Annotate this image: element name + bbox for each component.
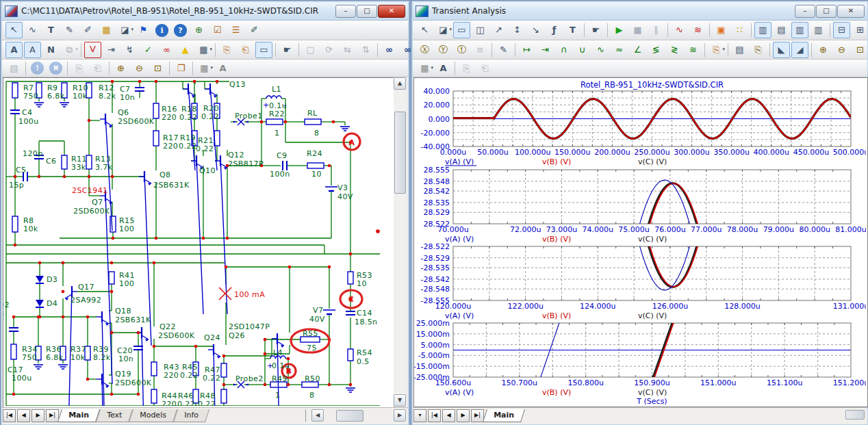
scroll-down-button[interactable]: ▼ — [394, 394, 406, 407]
step-box-icon[interactable]: ⎘ — [71, 60, 88, 77]
align-cursors-icon[interactable]: ≡ — [472, 42, 489, 58]
zoom-100-icon[interactable]: ⊡ — [149, 60, 166, 77]
plot-list-dropdown[interactable]: ▾ — [413, 409, 426, 422]
font-settings-icon[interactable]: A — [214, 60, 231, 77]
stop-button-icon[interactable]: ■ — [629, 22, 646, 38]
vertical-scale-tool-icon[interactable]: ↕ — [509, 22, 526, 38]
page-view-icon[interactable]: ❐ — [173, 60, 190, 77]
line-tool-icon[interactable]: ✎ — [61, 22, 78, 38]
zoom-100-icon[interactable]: ⊡ — [852, 42, 868, 58]
schematic-canvas[interactable]: R7750R96.8kR1010kR128.2kC710nC4100uQ62SD… — [3, 77, 394, 408]
legend-vb[interactable]: v(B) (V) — [542, 235, 571, 244]
properties-icon[interactable]: ☛ — [279, 42, 296, 58]
low-cursor-icon[interactable]: ≈ — [611, 42, 628, 58]
pan-tool-icon[interactable]: ◫ — [472, 22, 489, 38]
split-view-icon[interactable]: ▦▾ — [196, 60, 213, 77]
zoom-box-tool-icon[interactable]: ▭ — [453, 22, 470, 38]
select-region-icon[interactable]: ▭ — [255, 42, 272, 58]
step-box-back-icon[interactable]: ⎗ — [89, 60, 106, 77]
vertical-scroll-thumb[interactable] — [394, 112, 406, 194]
tokens-view-icon[interactable]: ▥ — [754, 22, 771, 38]
data-points-icon[interactable]: ∷ — [731, 22, 748, 38]
shape-tool-icon[interactable]: ◪▾ — [116, 22, 133, 38]
legend-va[interactable]: v(A) (V) — [445, 388, 474, 397]
plus-mark-view-icon[interactable]: ▥ — [791, 22, 808, 38]
legend-vb[interactable]: v(B) (V) — [542, 311, 571, 320]
horizontal-axis-grids-icon[interactable]: ⊟ — [833, 22, 850, 38]
properties-icon[interactable]: ☛ — [587, 22, 604, 38]
prev-page-button[interactable]: ◀ — [17, 409, 30, 422]
new-page-icon[interactable]: ⎘ — [218, 42, 235, 58]
box-tool-icon[interactable]: ▢ — [302, 42, 319, 58]
close-button[interactable]: ✕ — [837, 5, 865, 18]
digital-plot-icon[interactable]: ≋ — [689, 22, 706, 38]
horizontal-cursor-icon[interactable]: ◣ — [773, 42, 790, 58]
show-pin-connections-icon[interactable]: ∞ — [158, 42, 175, 58]
tile-windows-icon[interactable]: ⎗ — [476, 60, 494, 77]
prev-page-button[interactable]: ◀ — [442, 409, 455, 422]
help-tool-icon[interactable]: ? — [174, 24, 187, 37]
valley-cursor-icon[interactable]: ∪ — [574, 42, 591, 58]
flip-x-tool-icon[interactable]: ⇆ — [339, 42, 356, 58]
cascade-windows-icon[interactable]: ⎘ — [458, 60, 475, 77]
pin-tool-icon[interactable]: ✐ — [79, 22, 97, 38]
run-button-icon[interactable]: ▶ — [611, 22, 628, 38]
hscroll-left-button[interactable]: ◀ — [311, 409, 324, 422]
scope-mode-icon[interactable]: ▣ — [713, 22, 730, 38]
maximize-button[interactable]: □ — [357, 5, 377, 18]
bottom-cursor-icon[interactable]: ≷ — [666, 42, 683, 58]
next-page-button[interactable]: ▶ — [457, 409, 470, 422]
show-warnings-icon[interactable]: ▲ — [177, 42, 194, 58]
stop-check-icon[interactable]: ✖ — [49, 62, 62, 75]
x-axis-settings-icon[interactable]: Ⓧ — [416, 42, 433, 58]
tab-main[interactable]: Main — [483, 409, 525, 422]
function-settings-icon[interactable]: ⓕ — [453, 42, 470, 58]
high-cursor-icon[interactable]: ∿ — [592, 42, 609, 58]
first-page-button[interactable]: |◀ — [3, 409, 16, 422]
show-wire-text-icon[interactable]: A — [24, 42, 41, 58]
zoom-out-icon[interactable]: ⊖ — [833, 42, 850, 58]
close-button[interactable]: ✕ — [378, 5, 405, 18]
go-to-x-icon[interactable]: ↦ — [518, 42, 535, 58]
edit-limits-icon[interactable]: ✎ — [495, 42, 512, 58]
scale-tool-icon[interactable]: ↗ — [490, 22, 507, 38]
formula-tool-icon[interactable]: ƒ — [546, 22, 563, 38]
info-tool-icon[interactable]: ℹ — [155, 24, 168, 37]
error-step-icon[interactable]: ! — [31, 62, 44, 75]
maximize-button[interactable]: □ — [816, 5, 837, 18]
zoom-in-icon[interactable]: ⊕ — [815, 42, 832, 58]
region-tool-icon[interactable]: ☰ — [227, 22, 244, 38]
checklist-tool-icon[interactable]: ☑ — [209, 22, 226, 38]
schematic-vertical-scrollbar[interactable]: ▲ ▼ — [394, 77, 406, 407]
copy-picture-icon[interactable]: ⧉▾ — [61, 42, 78, 58]
find-text-icon[interactable]: ∞ — [381, 42, 398, 58]
text-tool-icon[interactable]: T — [564, 22, 581, 38]
analysis-plot-area[interactable]: Rotel_RB-951_10kHz-SWDT&SID.CIR0.000u50.… — [413, 77, 868, 407]
show-power-icon[interactable]: ↯ — [121, 42, 138, 58]
flag-tool-icon[interactable]: ⚑ — [135, 22, 152, 38]
legend-vc[interactable]: v(C) (V) — [638, 235, 667, 244]
clipboard-icon[interactable]: ⎘▾ — [708, 42, 725, 58]
horizontal-scroll-thumb[interactable] — [336, 410, 363, 422]
y-axis-settings-icon[interactable]: Ⓨ — [435, 42, 452, 58]
delete-page-icon[interactable]: ⎗ — [237, 42, 254, 58]
hscroll-right-button[interactable]: ▶ — [394, 409, 406, 422]
show-attribute-text-icon[interactable]: A — [5, 42, 23, 58]
tab-info[interactable]: Info — [173, 409, 209, 422]
go-to-y-icon[interactable]: ⇥ — [537, 42, 554, 58]
link-tool-icon[interactable]: ⊕ — [190, 22, 207, 38]
legend-vc[interactable]: v(C) (V) — [638, 311, 667, 320]
first-page-button[interactable]: |◀ — [428, 409, 441, 422]
show-conditions-icon[interactable]: ✓ — [140, 42, 157, 58]
tab-main[interactable]: Main — [58, 409, 100, 422]
vertical-cursor-icon[interactable]: ◢ — [791, 42, 808, 58]
show-node-voltages-icon[interactable]: V — [84, 42, 101, 58]
ruler-view-icon[interactable]: ▤ — [773, 22, 790, 38]
annotate-tool-icon[interactable]: ✐ — [246, 22, 263, 38]
select-tool-icon[interactable]: ↖ — [5, 22, 23, 38]
select-tool-icon[interactable]: ↖ — [416, 22, 433, 38]
minimize-button[interactable]: – — [795, 5, 815, 18]
next-page-button[interactable]: ▶ — [31, 409, 44, 422]
graph-object-tool-icon[interactable]: ◪▾ — [435, 22, 452, 38]
legend-vb[interactable]: v(B) (V) — [542, 388, 571, 397]
